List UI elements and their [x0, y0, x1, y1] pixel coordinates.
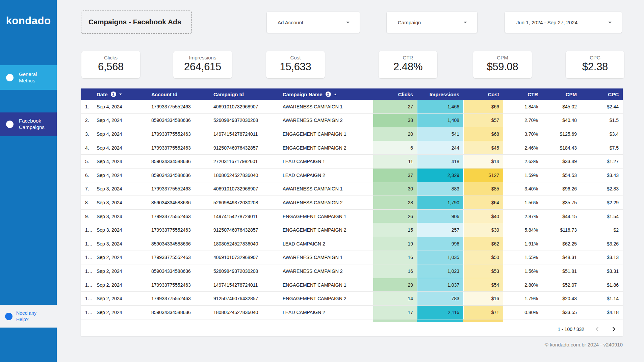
header-cpc[interactable]: CPC	[581, 92, 623, 97]
cell-cpm: $96.26	[542, 186, 581, 191]
cell-account-id: 179933775552463	[151, 227, 213, 233]
cell-clicks: 16	[373, 251, 417, 264]
cell-account-id: 179933775552463	[151, 296, 213, 301]
cell-campaign-id: 14974154278724011	[213, 131, 283, 137]
cell-clicks: 30	[373, 182, 417, 196]
cell-ctr: 3.70%	[503, 131, 542, 137]
filter-campaign[interactable]: Campaign	[387, 12, 477, 33]
filter-date-range[interactable]: Jun 1, 2024 - Sep 27, 2024	[505, 12, 622, 33]
header-cpm[interactable]: CPM	[542, 92, 581, 97]
cell-row-number: 1…	[81, 310, 97, 315]
sort-order-badge: 1	[111, 92, 116, 97]
help-icon	[5, 313, 12, 320]
cell-row-number: 1…	[81, 255, 97, 260]
cell-ctr: 1.91%	[503, 241, 542, 247]
scorecard-label: CTR	[379, 55, 437, 60]
sidebar-item-facebook-campaigns[interactable]: Facebook Campaigns	[0, 112, 57, 136]
cell-cpc: $2.83	[581, 186, 623, 191]
cell-date: Sep 3, 2024	[97, 227, 151, 233]
cell-cpm: $125.69	[542, 131, 581, 137]
header-ctr[interactable]: CTR	[503, 92, 542, 97]
cell-clicks: 17	[373, 306, 417, 319]
cell-row-number: 6.	[81, 173, 97, 178]
cell-ctr: 2.87%	[503, 214, 542, 219]
sidebar-item-general-metrics[interactable]: General Metrics	[0, 65, 57, 90]
scorecard-value: 15,633	[266, 61, 325, 73]
table-body: 1. Sep 4, 2024 179933775552463 406910107…	[81, 100, 623, 319]
header-label: Date	[97, 92, 108, 97]
cell-cpm: $40.48	[542, 118, 581, 123]
header-clicks[interactable]: Clicks	[373, 92, 417, 97]
scorecard-cost: Cost 15,633	[266, 51, 325, 78]
header-impressions[interactable]: Impressions	[417, 92, 463, 97]
header-campaign-id[interactable]: Campaign Id	[213, 92, 283, 97]
campaigns-table: Date 1 Account Id Campaign Id Campaign N…	[81, 88, 623, 336]
cell-ctr: 3.40%	[503, 186, 542, 191]
cell-date: Sep 2, 2024	[97, 310, 151, 315]
table-row: 5. Sep 4, 2024 859034334588636 272031167…	[81, 155, 623, 169]
scorecard-value: 264,615	[173, 61, 232, 73]
cell-cpm: $184.43	[542, 145, 581, 151]
cell-cpm: $35.75	[542, 200, 581, 205]
next-page-button[interactable]	[610, 325, 618, 333]
cell-cost: $40	[463, 210, 503, 223]
help-link[interactable]: Need any Help?	[0, 305, 57, 328]
cell-impressions: 883	[417, 182, 463, 196]
cell-row-number: 2.	[81, 118, 97, 123]
cell-campaign-name: AWARENESS CAMPAIGN 2	[283, 268, 373, 274]
cell-impressions: 1,466	[417, 100, 463, 113]
cell-account-id: 859034334588636	[151, 241, 213, 247]
table-row: 8. Sep 3, 2024 859034334588636 526098493…	[81, 196, 623, 210]
sidebar: kondado General Metrics Facebook Campaig…	[0, 0, 57, 362]
cell-account-id: 179933775552463	[151, 145, 213, 151]
cell-ctr: 1.59%	[503, 173, 542, 178]
cell-ctr: 2.46%	[503, 145, 542, 151]
table-row: 1… Sep 2, 2024 859034334588636 180805245…	[81, 306, 623, 319]
cell-cpc: $2.44	[581, 104, 623, 109]
cell-account-id: 859034334588636	[151, 200, 213, 205]
table-row: 1… Sep 3, 2024 179933775552463 912507460…	[81, 223, 623, 237]
cell-ctr: 1.79%	[503, 296, 542, 301]
previous-page-button[interactable]	[593, 325, 601, 333]
page-title: Campaigns - Facebook Ads	[88, 18, 181, 26]
cell-impressions: 418	[417, 155, 463, 168]
scorecard-value: $2.38	[566, 61, 624, 73]
cell-campaign-name: LEAD CAMPAIGN 1	[283, 159, 373, 164]
chevron-down-icon	[346, 22, 350, 23]
scorecard-cpm: CPM $59.08	[473, 51, 532, 78]
table-row: 3. Sep 4, 2024 179933775552463 149741542…	[81, 127, 623, 141]
cell-cpm: $48.31	[542, 255, 581, 260]
cell-cost: $71	[463, 306, 503, 319]
header-account-id[interactable]: Account Id	[151, 92, 213, 97]
cell-campaign-name: ENGAGEMENT CAMPAIGN 1	[283, 282, 373, 288]
cell-row-number: 1…	[81, 282, 97, 288]
cell-campaign-name: AWARENESS CAMPAIGN 2	[283, 200, 373, 205]
cell-campaign-id: 52609849372030208	[213, 118, 283, 123]
cell-campaign-name: ENGAGEMENT CAMPAIGN 2	[283, 296, 373, 301]
filter-ad-account[interactable]: Ad Account	[267, 12, 360, 33]
table-header-row: Date 1 Account Id Campaign Id Campaign N…	[81, 88, 623, 100]
cell-campaign-name: LEAD CAMPAIGN 2	[283, 310, 373, 315]
header-date[interactable]: Date 1	[97, 92, 151, 97]
scorecard-ctr: CTR 2.48%	[379, 51, 437, 78]
scorecard-clicks: Clicks 6,568	[81, 51, 140, 78]
scorecard-label: CPM	[473, 55, 532, 60]
pagination-range: 1 - 100 / 332	[558, 327, 584, 332]
cell-ctr: 2.70%	[503, 118, 542, 123]
cell-cpm: $116.73	[542, 227, 581, 233]
cell-clicks: 29	[373, 278, 417, 292]
cell-date: Sep 4, 2024	[97, 118, 151, 123]
header-cost[interactable]: Cost	[463, 92, 503, 97]
cell-account-id: 179933775552463	[151, 131, 213, 137]
scorecard-value: $59.08	[473, 61, 532, 73]
pagination-bar: 1 - 100 / 332	[81, 322, 623, 336]
cell-cpc: $1.27	[581, 159, 623, 164]
bullet-icon	[6, 74, 14, 81]
cell-campaign-id: 91250746076432857	[213, 296, 283, 301]
cell-cpc: $1.54	[581, 214, 623, 219]
bullet-icon	[6, 121, 14, 128]
cell-cost: $50	[463, 251, 503, 264]
cell-date: Sep 2, 2024	[97, 296, 151, 301]
cell-cpc: $3.26	[581, 241, 623, 247]
header-campaign-name[interactable]: Campaign Name 2	[283, 92, 373, 97]
